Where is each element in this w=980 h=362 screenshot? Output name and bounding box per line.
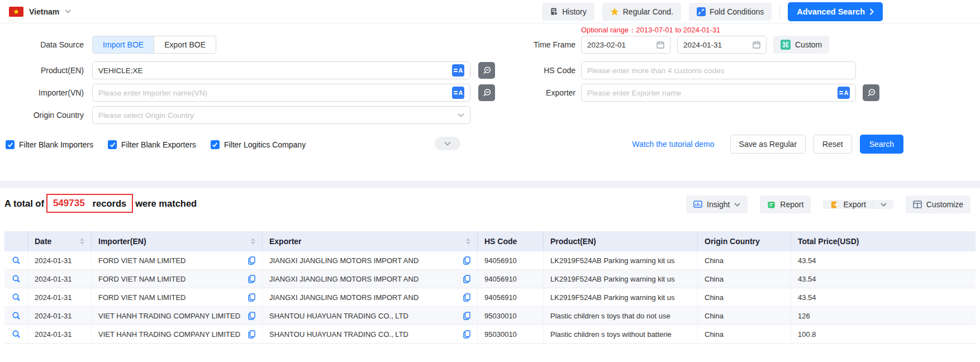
filter-blank-exporters-checkbox[interactable]: Filter Blank Exporters — [108, 140, 196, 149]
advanced-search-button[interactable]: Advanced Search — [788, 2, 883, 21]
records-word: records — [93, 198, 127, 209]
records-count-highlight: 549735 records — [46, 194, 133, 213]
filter-label: Filter Logitics Company — [224, 140, 306, 149]
translate-icon[interactable]: A — [452, 64, 464, 77]
custom-label: Custom — [795, 40, 822, 49]
sort-icon[interactable] — [251, 238, 255, 245]
copy-icon[interactable] — [463, 293, 470, 302]
hs-code-label: HS Code — [503, 61, 575, 79]
chevron-down-icon — [734, 203, 740, 207]
copy-icon[interactable] — [463, 256, 470, 265]
collapse-conditions-button[interactable] — [435, 137, 460, 150]
export-button[interactable]: Export — [823, 200, 873, 209]
date-to-value: 2024-01-31 — [683, 41, 722, 49]
cell-date: 2024-01-31 — [28, 325, 92, 343]
date-to-input[interactable]: 2024-01-31 — [677, 36, 767, 54]
origin-country-input[interactable] — [98, 111, 458, 120]
copy-icon[interactable] — [463, 275, 470, 283]
copy-icon[interactable] — [248, 312, 255, 320]
origin-country-label: Origin Country — [0, 106, 84, 124]
cell-exporter: SHANTOU HUAYUAN TRADING CO., LTD — [263, 325, 478, 343]
translate-icon[interactable]: A — [838, 87, 850, 99]
cell-hs-code: 95030010 — [478, 307, 544, 325]
regular-cond-button[interactable]: Regular Cond. — [602, 3, 681, 21]
copy-icon[interactable] — [463, 330, 470, 339]
summary-suffix: were matched — [135, 198, 197, 209]
row-detail-search-icon[interactable] — [4, 270, 28, 288]
chevron-down-icon — [881, 203, 887, 207]
fold-conditions-button[interactable]: Fold Conditions — [689, 3, 772, 21]
hs-code-input[interactable] — [587, 66, 850, 75]
checkbox-checked-icon — [6, 140, 15, 149]
results-actions: Insight Report Export Customize — [686, 196, 971, 213]
header-hs-code: HS Code — [478, 231, 544, 251]
tab-export-boe[interactable]: Export BOE — [154, 36, 216, 53]
save-as-regular-button[interactable]: Save as Regular — [730, 135, 806, 154]
reset-button[interactable]: Reset — [814, 135, 852, 154]
exporter-input[interactable] — [587, 89, 838, 97]
customize-button[interactable]: Customize — [906, 196, 971, 213]
custom-range-button[interactable]: Custom — [773, 36, 829, 54]
checkbox-checked-icon — [108, 140, 117, 149]
product-en-label: Product(EN) — [0, 61, 84, 79]
sort-icon[interactable] — [80, 238, 84, 245]
search-actions: Watch the tutorial demo Save as Regular … — [632, 134, 903, 154]
country-selector[interactable]: Vietnam — [9, 7, 71, 17]
divider — [779, 5, 780, 18]
insight-button[interactable]: Insight — [686, 196, 748, 213]
date-from-input[interactable]: 2023-02-01 — [581, 36, 670, 54]
filter-label: Filter Blank Exporters — [121, 140, 196, 149]
cell-exporter: JIANGXI JIANGLING MOTORS IMPORT AND — [263, 251, 478, 269]
translate-icon[interactable]: A — [452, 87, 464, 99]
importer-vn-input[interactable] — [98, 89, 452, 97]
export-dropdown-button[interactable] — [873, 200, 893, 209]
row-detail-search-icon[interactable] — [4, 325, 28, 343]
row-detail-search-icon[interactable] — [4, 288, 28, 306]
row-detail-search-icon[interactable] — [4, 251, 28, 269]
product-en-field: A — [92, 61, 470, 79]
search-button[interactable]: Search — [860, 135, 903, 154]
section-divider — [0, 180, 980, 188]
chevron-down-icon[interactable] — [65, 9, 71, 13]
copy-icon[interactable] — [248, 330, 255, 339]
fold-icon — [697, 7, 706, 16]
origin-country-select[interactable] — [92, 106, 470, 124]
exclude-search-icon[interactable] — [478, 62, 495, 79]
history-button[interactable]: History — [542, 3, 594, 21]
product-en-input[interactable] — [98, 66, 452, 75]
cell-price: 43.54 — [791, 288, 976, 306]
importer-vn-label: Importer(VN) — [0, 84, 84, 102]
exclude-search-icon[interactable] — [863, 84, 879, 101]
copy-icon[interactable] — [248, 293, 255, 302]
cell-date: 2024-01-31 — [28, 288, 92, 306]
exclude-search-icon[interactable] — [478, 84, 495, 101]
header-exporter: Exporter — [263, 231, 478, 251]
optional-range-text: Optional range：2013-07-01 to 2024-01-31 — [581, 25, 720, 35]
header-total-price: Total Price(USD) — [791, 231, 976, 251]
cell-price: 100.8 — [791, 325, 976, 343]
table-row: 2024-01-31 FORD VIET NAM LIMITED JIANGXI… — [4, 251, 976, 270]
cell-origin: China — [698, 288, 791, 306]
filter-checkbox-row: Filter Blank Importers Filter Blank Expo… — [6, 135, 306, 154]
sort-icon[interactable] — [466, 238, 470, 245]
cell-hs-code: 94056910 — [478, 251, 544, 269]
filter-label: Filter Blank Importers — [19, 140, 93, 149]
copy-icon[interactable] — [248, 275, 255, 283]
calendar-icon — [753, 41, 760, 49]
importer-vn-field: A — [92, 84, 470, 102]
vietnam-flag-icon — [9, 7, 23, 17]
cell-importer: FORD VIET NAM LIMITED — [92, 251, 263, 269]
cell-price: 43.54 — [791, 251, 976, 269]
cell-exporter: JIANGXI JIANGLING MOTORS IMPORT AND — [263, 288, 478, 306]
table-row: 2024-01-31 FORD VIET NAM LIMITED JIANGXI… — [4, 288, 976, 307]
report-button[interactable]: Report — [760, 196, 811, 213]
copy-icon[interactable] — [463, 312, 470, 320]
copy-icon[interactable] — [248, 256, 255, 265]
summary-prefix: A total of — [4, 198, 44, 209]
filter-blank-importers-checkbox[interactable]: Filter Blank Importers — [6, 140, 93, 149]
tutorial-demo-link[interactable]: Watch the tutorial demo — [632, 140, 714, 149]
country-label: Vietnam — [29, 7, 59, 16]
filter-logistics-company-checkbox[interactable]: Filter Logitics Company — [211, 140, 306, 149]
row-detail-search-icon[interactable] — [4, 307, 28, 325]
tab-import-boe[interactable]: Import BOE — [93, 36, 154, 53]
